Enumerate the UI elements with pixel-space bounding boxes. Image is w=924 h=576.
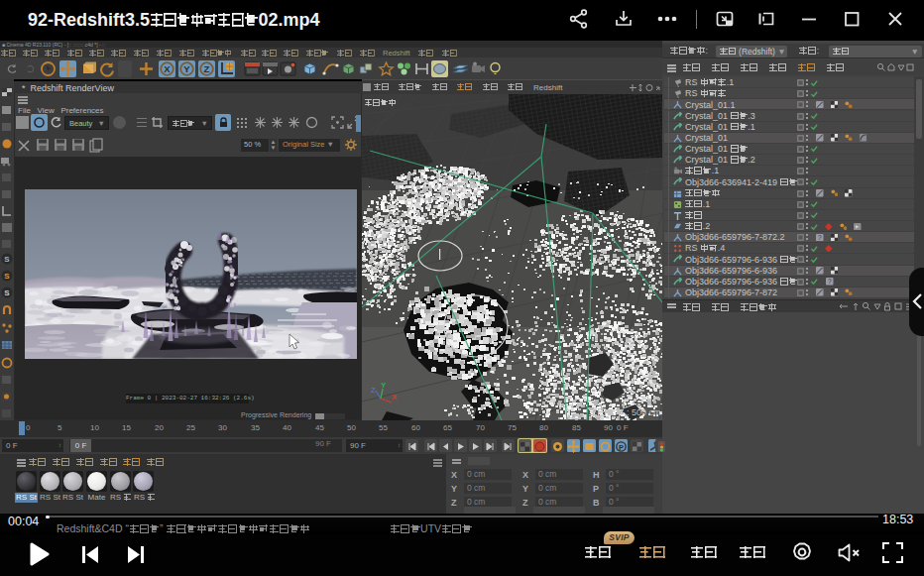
svg-text:?: ? <box>818 234 822 241</box>
svg-text:S: S <box>4 288 10 297</box>
svg-text:X: X <box>164 63 171 74</box>
svg-text:Z: Z <box>371 386 376 395</box>
svg-text:S: S <box>4 255 10 264</box>
svg-text:?: ? <box>828 278 832 285</box>
svg-text:S: S <box>4 272 10 281</box>
svg-text:X: X <box>392 393 398 402</box>
svg-text:Y: Y <box>183 63 190 74</box>
svg-text:P: P <box>619 442 624 451</box>
svg-text:Z: Z <box>204 63 210 74</box>
svg-text:Y: Y <box>381 381 387 390</box>
